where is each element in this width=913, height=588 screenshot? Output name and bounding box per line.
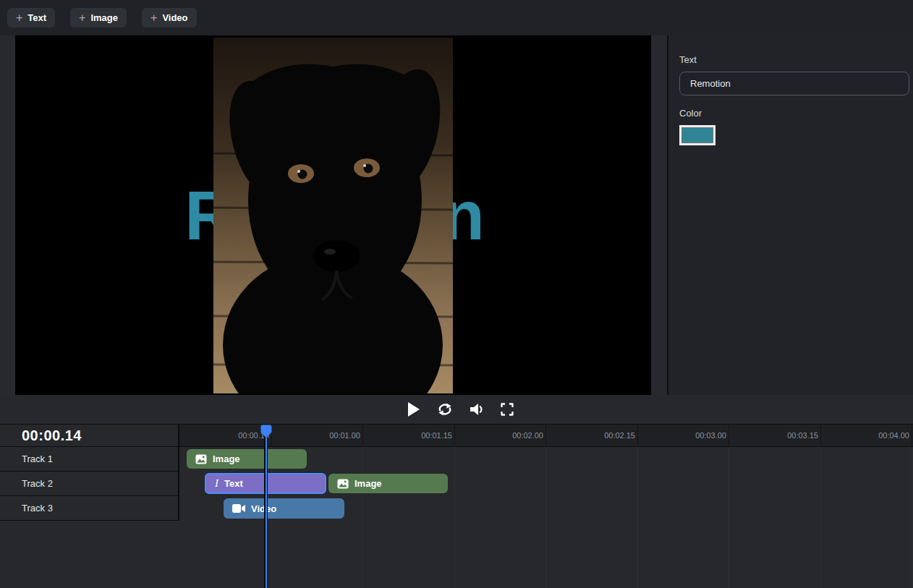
video-camera-icon [232, 503, 245, 514]
grid-line [820, 447, 821, 588]
inspector-panel: Text Color [668, 35, 913, 395]
playhead-line[interactable] [264, 435, 268, 588]
color-swatch[interactable] [679, 125, 715, 145]
ruler-tick [637, 425, 638, 446]
add-image-button[interactable]: + Image [70, 8, 127, 27]
add-video-label: Video [162, 12, 187, 23]
color-field-label: Color [679, 108, 909, 119]
dog-photo [213, 38, 453, 393]
timecode-row: 00:00.14 [0, 425, 178, 447]
grid-line [545, 447, 546, 588]
track-label: Track 1 [0, 453, 53, 464]
video-canvas[interactable]: Remotion [15, 35, 651, 395]
playhead-handle[interactable] [260, 425, 272, 441]
clip-label: Image [213, 453, 240, 464]
text-input[interactable] [679, 72, 909, 95]
ruler-tick-label: 00:01.15 [394, 425, 452, 446]
volume-icon[interactable] [467, 401, 485, 418]
ruler-tick [545, 425, 546, 446]
plus-icon: + [150, 12, 157, 24]
clip-label: Text [224, 478, 243, 489]
timeline-clip-image-1[interactable]: Image [187, 449, 307, 469]
track-header-1[interactable]: Track 1 [0, 447, 178, 472]
clip-label: Image [354, 478, 382, 489]
timeline-ruler[interactable]: 00:00.15 00:01.00 00:01.15 00:02.00 00:0… [179, 425, 913, 447]
ruler-tick [729, 425, 729, 446]
ruler-tick [454, 425, 455, 446]
grid-line [637, 447, 638, 588]
track-header-2[interactable]: Track 2 [0, 472, 178, 496]
add-image-label: Image [90, 12, 118, 23]
add-video-button[interactable]: + Video [142, 8, 197, 27]
ruler-tick-label: 00:01.00 [302, 425, 360, 446]
timeline-left-panel: 00:00.14 Track 1 Track 2 Track 3 [0, 425, 179, 521]
text-icon: I [215, 478, 218, 489]
ruler-tick [912, 425, 912, 446]
ruler-tick [362, 425, 363, 446]
add-text-label: Text [27, 12, 46, 23]
ruler-tick-label: 00:03.00 [668, 425, 726, 446]
fullscreen-icon[interactable] [498, 401, 516, 418]
add-text-button[interactable]: + Text [7, 8, 55, 27]
grid-line [454, 447, 455, 588]
track-label: Track 2 [0, 478, 53, 489]
grid-line [729, 447, 729, 588]
ruler-tick-label: 00:02.15 [577, 425, 635, 446]
timeline: 00:00.15 00:01.00 00:01.15 00:02.00 00:0… [0, 424, 913, 588]
current-timecode: 00:00.14 [0, 427, 82, 444]
text-field-label: Text [679, 54, 909, 65]
play-icon[interactable] [405, 401, 422, 418]
ruler-tick [820, 425, 821, 446]
image-icon [337, 478, 349, 490]
image-icon [195, 453, 207, 465]
ruler-tick-label: 00:04.00 [852, 425, 909, 446]
top-toolbar: + Text + Image + Video [0, 0, 913, 35]
timeline-clip-image-2[interactable]: Image [328, 474, 448, 493]
track-label: Track 3 [0, 503, 53, 514]
loop-icon[interactable] [436, 401, 454, 418]
timeline-track-area[interactable]: 00:00.15 00:01.00 00:01.15 00:02.00 00:0… [179, 425, 913, 588]
grid-line [362, 447, 363, 588]
timeline-clip-video[interactable]: Video [224, 498, 344, 519]
plus-icon: + [79, 12, 85, 24]
track-header-3[interactable]: Track 3 [0, 496, 178, 521]
grid-line [912, 447, 912, 588]
preview-panel: Remotion [0, 35, 668, 395]
plus-icon: + [16, 12, 22, 24]
ruler-tick-label: 00:02.00 [485, 425, 543, 446]
ruler-tick-label: 00:03.15 [760, 425, 818, 446]
playback-controls [0, 395, 913, 424]
